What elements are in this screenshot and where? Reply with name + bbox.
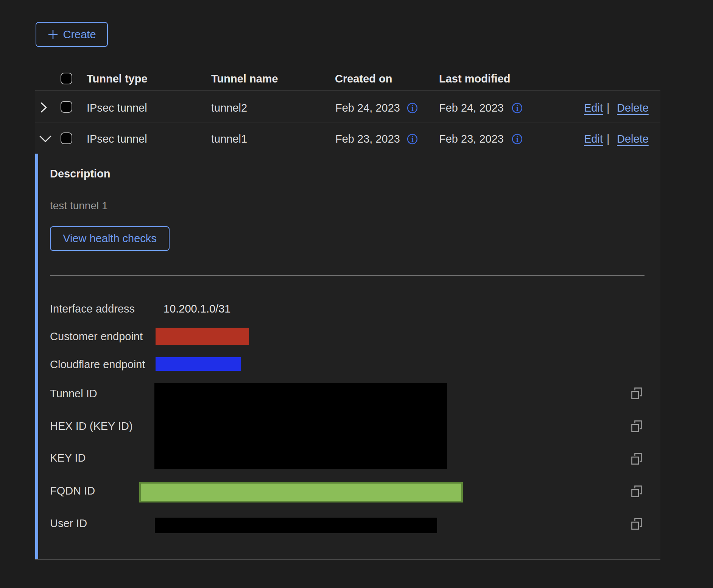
svg-text:i: i (516, 103, 518, 113)
svg-text:i: i (516, 134, 518, 144)
svg-text:i: i (411, 134, 414, 144)
svg-text:i: i (411, 103, 414, 113)
